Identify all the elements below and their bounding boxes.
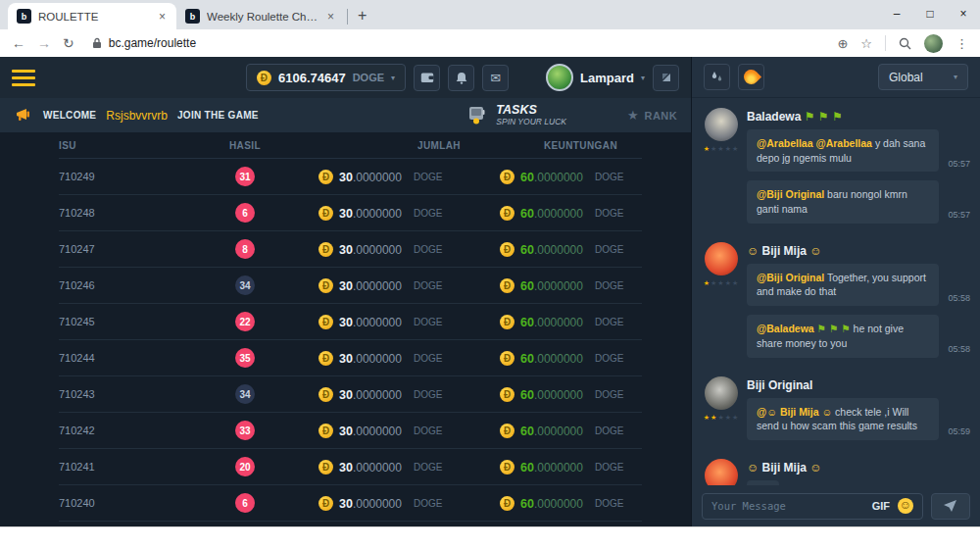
back-icon[interactable]: ←: [12, 35, 25, 51]
chat-message[interactable]: @☺ Biji Mija ☺ check tele ,i Will send u…: [747, 398, 939, 440]
chevron-down-icon: ▾: [954, 73, 957, 81]
doge-coin-icon: Ð: [257, 71, 271, 85]
user-menu[interactable]: Lampard ▾: [546, 64, 645, 91]
chat-toggle-button[interactable]: [653, 65, 679, 91]
doge-coin-icon: Ð: [318, 242, 333, 257]
welcome-suffix: JOIN THE GAME: [177, 110, 259, 121]
win-currency: DOGE: [595, 208, 623, 219]
bcgame-favicon: b: [17, 9, 31, 24]
chat-message[interactable]: @Biji Original baru nongol kmrn ganti na…: [747, 180, 939, 223]
win-currency: DOGE: [595, 244, 623, 255]
messages-button[interactable]: ✉: [482, 65, 509, 91]
tab-close-icon[interactable]: ×: [157, 10, 168, 24]
round-id: 710242: [59, 425, 172, 436]
doge-coin-icon: Ð: [318, 170, 333, 184]
table-row[interactable]: 710242 33 Ð 30.0000000 DOGE Ð 60.0000000: [59, 413, 642, 449]
table-row[interactable]: 710244 35 Ð 30.0000000 DOGE Ð 60.0000000: [59, 340, 642, 376]
tab-close-icon[interactable]: ×: [325, 10, 336, 24]
table-header-row: ISU HASIL JUMLAH KEUNTUNGAN: [59, 132, 642, 159]
rain-button[interactable]: [704, 64, 730, 90]
zoom-page-icon[interactable]: ⊕: [837, 36, 848, 51]
chat-username[interactable]: ☺ Biji Mija ☺: [747, 244, 968, 258]
chat-username[interactable]: Baladewa ⚑ ⚑ ⚑: [747, 110, 968, 124]
column-header-hasil: HASIL: [172, 140, 318, 151]
user-star-rating: ★★★★★: [704, 279, 739, 286]
chat-message[interactable]: Ok 05:59: [747, 480, 779, 485]
win-amount: Ð 60.0000000 DOGE: [500, 204, 642, 222]
lock-icon: [92, 37, 102, 49]
win-amount: Ð 60.0000000 DOGE: [500, 385, 642, 403]
table-row[interactable]: 710247 8 Ð 30.0000000 DOGE Ð 60.0000000: [59, 231, 642, 268]
message-time: 05:59: [948, 425, 970, 438]
wallet-button[interactable]: [414, 65, 440, 91]
doge-coin-icon: Ð: [500, 315, 514, 329]
table-row[interactable]: 710246 34 Ð 30.0000000 DOGE Ð 60.0000000: [59, 268, 642, 304]
chat-channel-select[interactable]: Global ▾: [878, 64, 968, 90]
result-number-badge: 31: [235, 167, 255, 186]
table-row[interactable]: 710249 31 Ð 30.0000000 DOGE Ð 60.0000000: [59, 159, 642, 195]
doge-coin-icon: Ð: [318, 387, 333, 402]
avatar[interactable]: [705, 108, 738, 141]
doge-coin-icon: Ð: [318, 496, 333, 511]
table-row[interactable]: 710248 6 Ð 30.0000000 DOGE Ð 60.0000000: [59, 195, 642, 231]
bookmark-icon[interactable]: ☆: [860, 36, 872, 51]
round-id: 710245: [59, 316, 172, 327]
tasks-button[interactable]: TASKS SPIN YOUR LUCK: [466, 103, 566, 126]
laughing-emoji: ☺: [747, 244, 759, 258]
chat-input[interactable]: [711, 500, 864, 512]
gif-button[interactable]: GIF: [872, 500, 890, 512]
avatar[interactable]: [705, 376, 738, 410]
bet-currency: DOGE: [414, 244, 442, 255]
table-row[interactable]: 710245 22 Ð 30.0000000 DOGE Ð 60.0000000: [59, 304, 642, 340]
new-tab-button[interactable]: +: [352, 7, 376, 29]
notifications-button[interactable]: [448, 65, 474, 91]
doge-coin-icon: Ð: [500, 170, 514, 184]
avatar[interactable]: [705, 459, 738, 485]
doge-coin-icon: Ð: [500, 387, 514, 402]
close-button[interactable]: ×: [947, 0, 980, 27]
emoji-picker-icon[interactable]: ☺: [898, 498, 913, 514]
bet-currency: DOGE: [414, 425, 442, 436]
table-row[interactable]: 710243 34 Ð 30.0000000 DOGE Ð 60.0000000: [59, 376, 642, 413]
table-row[interactable]: 710241 20 Ð 30.0000000 DOGE Ð 60.0000000: [59, 449, 642, 485]
win-amount: Ð 60.0000000 DOGE: [500, 313, 642, 330]
round-id: 710244: [59, 352, 172, 364]
chat-message[interactable]: @Baladewa ⚑ ⚑ ⚑ he not give share money …: [747, 315, 939, 357]
forward-icon[interactable]: →: [37, 35, 51, 51]
menu-hamburger-icon[interactable]: [12, 70, 35, 86]
chat-username[interactable]: ☺ Biji Mija ☺: [747, 461, 968, 475]
results-table: ISU HASIL JUMLAH KEUNTUNGAN 710249 31 Ð …: [0, 132, 691, 526]
result-number-badge: 35: [235, 348, 255, 368]
browser-menu-icon[interactable]: ⋮: [956, 36, 968, 51]
result-number-badge: 34: [235, 384, 255, 404]
coindrop-button[interactable]: [738, 64, 764, 90]
url-field[interactable]: bc.game/roulette: [86, 36, 826, 50]
message-time: 05:58: [948, 292, 970, 305]
tab-weekly-challenge[interactable]: b Weekly Roulette Challenge - Win ×: [176, 3, 345, 29]
chat-message-box[interactable]: GIF ☺: [702, 493, 923, 520]
doge-coin-icon: Ð: [318, 351, 333, 366]
table-row[interactable]: 710240 6 Ð 30.0000000 DOGE Ð 60.0000000: [59, 485, 642, 522]
avatar[interactable]: [705, 242, 738, 275]
welcome-banner: WELCOME Rsjsbvvrvrb JOIN THE GAME TASKS …: [0, 98, 691, 132]
browser-profile-avatar[interactable]: [924, 34, 943, 53]
chat-username[interactable]: Biji Original: [747, 378, 968, 392]
search-icon[interactable]: [899, 37, 911, 50]
chat-message[interactable]: @Biji Original Together, you support and…: [747, 264, 939, 306]
browser-tab-strip: b ROULETTE × b Weekly Roulette Challenge…: [0, 0, 980, 29]
rank-button[interactable]: ★ RANK: [627, 108, 677, 123]
round-id: 710241: [59, 461, 172, 473]
balance-selector[interactable]: Ð 6106.74647 DOGE ▾: [246, 64, 406, 91]
user-star-rating: ★★★★★: [704, 145, 739, 152]
result-number-badge: 8: [235, 239, 255, 259]
chat-message[interactable]: @Arabellaa @Arabellaa y dah sana depo jg…: [747, 129, 939, 172]
reload-icon[interactable]: ↻: [63, 35, 74, 51]
bet-amount: Ð 30.0000000 DOGE: [318, 349, 500, 367]
minimize-button[interactable]: –: [880, 0, 913, 27]
maximize-button[interactable]: □: [913, 0, 947, 27]
tab-roulette[interactable]: b ROULETTE ×: [8, 3, 176, 29]
send-message-button[interactable]: [931, 493, 970, 520]
user-avatar: [546, 64, 573, 91]
bet-amount: Ð 30.0000000 DOGE: [318, 168, 500, 185]
bet-currency: DOGE: [414, 317, 442, 327]
